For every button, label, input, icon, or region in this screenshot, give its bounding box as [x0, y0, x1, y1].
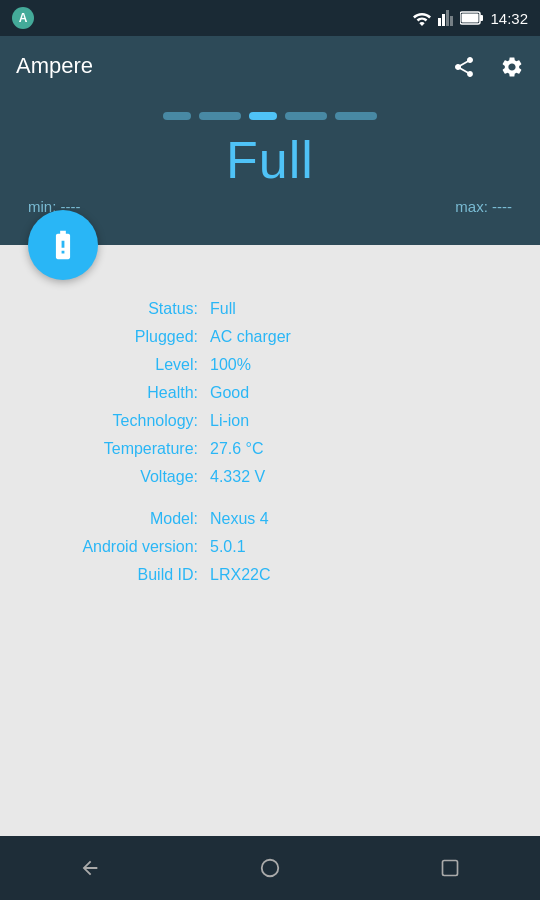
- progress-dot-2: [199, 112, 241, 120]
- app-title: Ampere: [16, 53, 93, 79]
- label-level: Level:: [20, 356, 210, 374]
- label-health: Health:: [20, 384, 210, 402]
- info-row-technology: Technology: Li-ion: [20, 407, 520, 435]
- info-row-plugged: Plugged: AC charger: [20, 323, 520, 351]
- label-plugged: Plugged:: [20, 328, 210, 346]
- back-button[interactable]: [60, 848, 120, 888]
- value-build-id: LRX22C: [210, 566, 520, 584]
- info-row-level: Level: 100%: [20, 351, 520, 379]
- app-notification-icon: A: [12, 7, 34, 29]
- max-label: max: ----: [455, 198, 512, 215]
- home-button[interactable]: [240, 848, 300, 888]
- header-panel: Full min: ---- max: ----: [0, 96, 540, 245]
- info-row-build-id: Build ID: LRX22C: [20, 561, 520, 589]
- label-technology: Technology:: [20, 412, 210, 430]
- toolbar: Ampere: [0, 36, 540, 96]
- value-technology: Li-ion: [210, 412, 520, 430]
- progress-dots: [163, 112, 377, 120]
- signal-icon: [438, 10, 454, 26]
- battery-circle-icon: [28, 210, 98, 280]
- info-table: Status: Full Plugged: AC charger Level: …: [20, 295, 520, 589]
- min-max-row: min: ---- max: ----: [20, 198, 520, 215]
- info-row-voltage: Voltage: 4.332 V: [20, 463, 520, 491]
- main-status-text: Full: [226, 130, 314, 190]
- toolbar-actions: [452, 53, 524, 79]
- label-android-version: Android version:: [20, 538, 210, 556]
- value-model: Nexus 4: [210, 510, 520, 528]
- info-row-model: Model: Nexus 4: [20, 505, 520, 533]
- status-bar-left: A: [12, 7, 34, 29]
- value-plugged: AC charger: [210, 328, 520, 346]
- wifi-icon: [412, 10, 432, 26]
- svg-rect-2: [462, 14, 479, 23]
- info-row-temperature: Temperature: 27.6 °C: [20, 435, 520, 463]
- progress-dot-3: [249, 112, 277, 120]
- label-temperature: Temperature:: [20, 440, 210, 458]
- value-status: Full: [210, 300, 520, 318]
- content-area: Status: Full Plugged: AC charger Level: …: [0, 245, 540, 836]
- svg-rect-1: [480, 15, 483, 21]
- label-voltage: Voltage:: [20, 468, 210, 486]
- settings-button[interactable]: [500, 53, 524, 79]
- svg-point-3: [262, 860, 279, 877]
- progress-dot-1: [163, 112, 191, 120]
- home-icon: [259, 857, 281, 879]
- bottom-navigation: [0, 836, 540, 900]
- info-row-android-version: Android version: 5.0.1: [20, 533, 520, 561]
- value-health: Good: [210, 384, 520, 402]
- value-level: 100%: [210, 356, 520, 374]
- info-row-status: Status: Full: [20, 295, 520, 323]
- value-android-version: 5.0.1: [210, 538, 520, 556]
- battery-status-icon: [460, 10, 484, 26]
- status-time: 14:32: [490, 10, 528, 27]
- back-icon: [79, 857, 101, 879]
- info-row-health: Health: Good: [20, 379, 520, 407]
- recents-button[interactable]: [420, 848, 480, 888]
- label-model: Model:: [20, 510, 210, 528]
- svg-rect-4: [443, 861, 458, 876]
- label-build-id: Build ID:: [20, 566, 210, 584]
- section-gap: [20, 491, 520, 505]
- recents-icon: [440, 858, 460, 878]
- status-bar-right: 14:32: [412, 10, 528, 27]
- battery-bolt-icon: [46, 228, 80, 262]
- status-bar: A 14:32: [0, 0, 540, 36]
- value-voltage: 4.332 V: [210, 468, 520, 486]
- value-temperature: 27.6 °C: [210, 440, 520, 458]
- label-status: Status:: [20, 300, 210, 318]
- share-button[interactable]: [452, 53, 476, 79]
- progress-dot-4: [285, 112, 327, 120]
- progress-dot-5: [335, 112, 377, 120]
